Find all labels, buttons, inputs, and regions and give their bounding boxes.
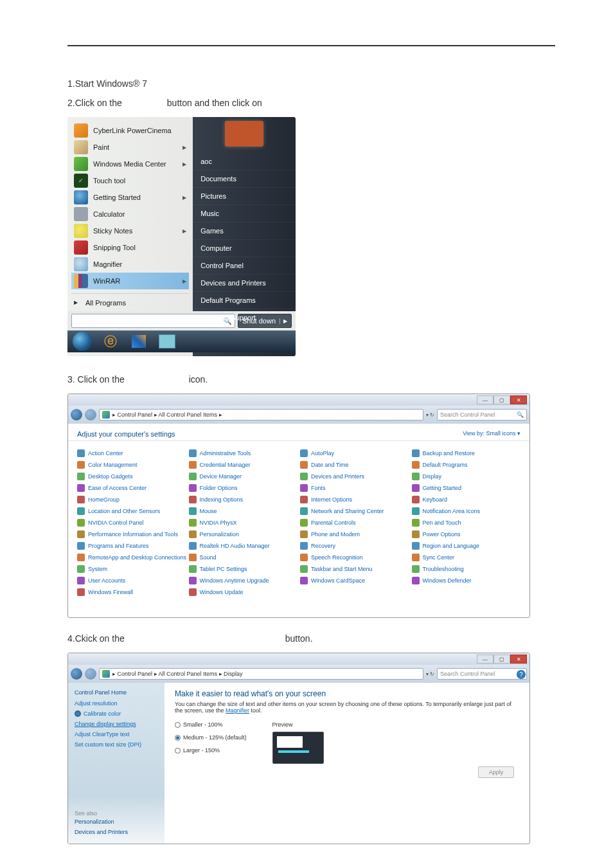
cp-item[interactable]: Region and Language (412, 540, 524, 552)
start-item-cyberlink[interactable]: CyberLink PowerCinema (71, 122, 189, 139)
cp-item[interactable]: Credential Manager (189, 459, 301, 471)
games-link[interactable]: Games (193, 222, 296, 240)
cp-item[interactable]: Indexing Options (189, 494, 301, 505)
cp-item[interactable]: Windows Firewall (77, 586, 189, 598)
cp-item[interactable]: Speech Recognition (300, 552, 412, 563)
cp-item[interactable]: Location and Other Sensors (77, 505, 189, 517)
documents-link[interactable]: Documents (193, 170, 296, 188)
help-support-link[interactable]: Help and Support (193, 309, 296, 327)
cp-item[interactable]: Realtek HD Audio Manager (189, 540, 301, 552)
cp-item[interactable]: Action Center (77, 448, 189, 459)
cp-item[interactable]: Parental Controls (300, 517, 412, 529)
search-input[interactable]: Search Control Panel🔍 (437, 409, 527, 420)
cp-item[interactable]: AutoPlay (300, 448, 412, 459)
media-player-icon[interactable] (155, 332, 179, 350)
maximize-button[interactable]: ▢ (493, 655, 510, 664)
cp-item[interactable]: Windows CardSpace (300, 575, 412, 586)
close-button[interactable]: ✕ (510, 395, 527, 404)
set-custom-text-size-link[interactable]: Set custom text size (DPI) (75, 739, 158, 750)
libraries-icon[interactable] (127, 332, 151, 350)
maximize-button[interactable]: ▢ (493, 395, 510, 404)
adjust-resolution-link[interactable]: Adjust resolution (75, 698, 158, 709)
cp-item[interactable]: Default Programs (412, 459, 524, 471)
start-item-sticky-notes[interactable]: Sticky Notes▶ (71, 222, 189, 239)
cp-item[interactable]: Notification Area Icons (412, 505, 524, 517)
calibrate-color-link[interactable]: Calibrate color (75, 709, 158, 719)
start-orb[interactable] (70, 332, 94, 350)
control-panel-home-link[interactable]: Control Panel Home (75, 689, 158, 696)
cp-item[interactable]: NVIDIA Control Panel (77, 517, 189, 529)
cp-item[interactable]: Programs and Features (77, 540, 189, 552)
cp-item[interactable]: Internet Options (300, 494, 412, 505)
devices-printers-link[interactable]: Devices and Printers (193, 275, 296, 292)
adjust-cleartype-link[interactable]: Adjust ClearType text (75, 729, 158, 739)
back-button[interactable] (71, 409, 82, 420)
start-item-getting-started[interactable]: Getting Started▶ (71, 189, 189, 206)
cp-item[interactable]: Windows Defender (412, 575, 524, 586)
personalization-link[interactable]: Personalization (75, 817, 158, 827)
devices-and-printers-link[interactable]: Devices and Printers (75, 827, 158, 837)
view-by-dropdown[interactable]: View by: Small icons ▾ (463, 430, 520, 438)
start-item-magnifier[interactable]: Magnifier (71, 256, 189, 273)
cp-item[interactable]: Color Management (77, 459, 189, 471)
cp-item[interactable]: Mouse (189, 505, 301, 517)
start-item-touchtool[interactable]: ✓Touch tool (71, 172, 189, 189)
breadcrumb-bar[interactable]: ▸ Control Panel ▸ All Control Panel Item… (99, 668, 423, 680)
option-larger[interactable]: Larger - 150% (175, 747, 247, 754)
cp-item[interactable]: Backup and Restore (412, 448, 524, 459)
close-button[interactable]: ✕ (510, 655, 527, 664)
cp-item[interactable]: Troubleshooting (412, 563, 524, 575)
default-programs-link[interactable]: Default Programs (193, 292, 296, 309)
cp-item[interactable]: System (77, 563, 189, 575)
start-item-snipping[interactable]: Snipping Tool (71, 239, 189, 256)
pictures-link[interactable]: Pictures (193, 188, 296, 205)
ie-icon[interactable]: ⓔ (98, 332, 123, 350)
apply-button[interactable]: Apply (478, 766, 514, 778)
cp-item[interactable]: Device Manager (189, 471, 301, 482)
minimize-button[interactable]: — (477, 655, 493, 664)
cp-item[interactable]: Getting Started (412, 482, 524, 494)
cp-item[interactable]: Taskbar and Start Menu (300, 563, 412, 575)
cp-item[interactable]: Sound (189, 552, 301, 563)
cp-item[interactable]: User Accounts (77, 575, 189, 586)
computer-link[interactable]: Computer (193, 240, 296, 257)
cp-item[interactable]: RemoteApp and Desktop Connections (77, 552, 189, 563)
cp-item[interactable]: Administrative Tools (189, 448, 301, 459)
cp-item[interactable]: Tablet PC Settings (189, 563, 301, 575)
cp-item[interactable]: Network and Sharing Center (300, 505, 412, 517)
search-input[interactable]: Search Control Panel🔍 (437, 668, 527, 680)
cp-item[interactable]: Folder Options (189, 482, 301, 494)
cp-item[interactable]: Fonts (300, 482, 412, 494)
cp-item[interactable]: Ease of Access Center (77, 482, 189, 494)
user-name[interactable]: aoc (193, 153, 296, 170)
cp-item[interactable]: HomeGroup (77, 494, 189, 505)
cp-item[interactable]: Personalization (189, 529, 301, 540)
start-item-calculator[interactable]: Calculator (71, 206, 189, 222)
cp-item[interactable]: Power Options (412, 529, 524, 540)
cp-item[interactable]: Pen and Touch (412, 517, 524, 529)
forward-button[interactable] (85, 668, 96, 680)
forward-button[interactable] (85, 409, 96, 420)
cp-item[interactable]: Date and Time (300, 459, 412, 471)
option-medium[interactable]: Medium - 125% (default) (175, 734, 247, 741)
breadcrumb-bar[interactable]: ▸ Control Panel ▸ All Control Panel Item… (99, 409, 423, 420)
control-panel-link[interactable]: Control Panel (193, 257, 296, 275)
change-display-settings-link[interactable]: Change display settings (75, 719, 158, 729)
back-button[interactable] (71, 668, 82, 680)
option-smaller[interactable]: Smaller - 100% (175, 721, 247, 728)
magnifier-link[interactable]: Magnifier (226, 707, 249, 714)
minimize-button[interactable]: — (477, 395, 493, 404)
start-item-wmc[interactable]: Windows Media Center▶ (71, 156, 189, 172)
cp-item[interactable]: Devices and Printers (300, 471, 412, 482)
cp-item[interactable]: NVIDIA PhysX (189, 517, 301, 529)
cp-item[interactable]: Keyboard (412, 494, 524, 505)
all-programs-button[interactable]: All Programs (71, 293, 189, 311)
cp-item[interactable]: Windows Anytime Upgrade (189, 575, 301, 586)
cp-item[interactable]: Sync Center (412, 552, 524, 563)
cp-item[interactable]: Display (412, 471, 524, 482)
cp-item[interactable]: Desktop Gadgets (77, 471, 189, 482)
cp-item[interactable]: Performance Information and Tools (77, 529, 189, 540)
cp-item[interactable]: Windows Update (189, 586, 301, 598)
cp-item[interactable]: Phone and Modem (300, 529, 412, 540)
cp-item[interactable]: Recovery (300, 540, 412, 552)
